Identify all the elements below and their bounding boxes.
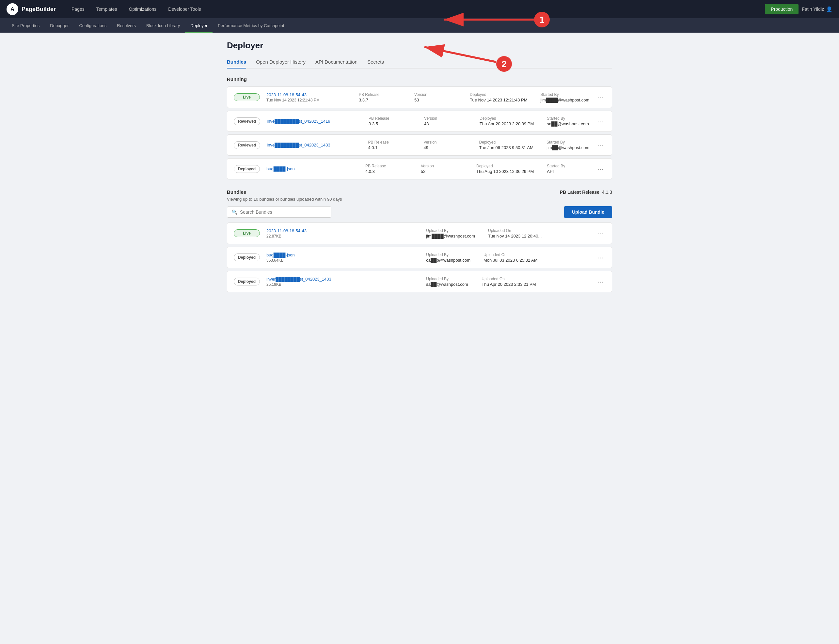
running-item-0: Live 2023-11-08-18-54-43 Tue Nov 14 2023… (227, 87, 612, 108)
bundle-meta-2: PB Release 4.0.1 Version 49 Deployed Tue… (368, 140, 590, 150)
bundles-label: Bundles (227, 189, 246, 195)
top-nav-links: Pages Templates Optimizations Developer … (66, 0, 765, 18)
meta-version-3: Version 52 (421, 164, 463, 174)
upload-bundle-button[interactable]: Upload Bundle (564, 206, 612, 218)
sub-nav-debugger[interactable]: Debugger (45, 18, 74, 33)
meta-uploaded-on-1: Uploaded On Mon Jul 03 2023 6:25:32 AM (483, 253, 538, 263)
bundle-upload-meta-1: Uploaded By ca██b@washpost.com Uploaded … (426, 253, 589, 263)
bundle-info-0: 2023-11-08-18-54-43 Tue Nov 14 2023 12:2… (266, 92, 352, 102)
bundle-upload-size-1: 353.64KB (266, 258, 420, 263)
running-item-2: Reviewed inve████████st_042023_1433 PB R… (227, 135, 612, 156)
bundle-upload-meta-0: Uploaded By jim████@washpost.com Uploade… (426, 228, 589, 238)
meta-pb-release-1: PB Release 3.3.5 (369, 116, 411, 126)
sub-nav-deployer[interactable]: Deployer (185, 18, 213, 33)
status-badge-1: Reviewed (234, 117, 260, 125)
bundle-status-badge-1: Deployed (234, 253, 260, 261)
sub-nav-performance-metrics[interactable]: Performance Metrics by Catchpoint (213, 18, 289, 33)
view-note: Viewing up to 10 bundles or bundles uplo… (227, 197, 612, 202)
meta-pb-release-2: PB Release 4.0.1 (368, 140, 411, 150)
tab-api-documentation[interactable]: API Documentation (315, 56, 358, 68)
meta-uploaded-by-2: Uploaded By sa██@washpost.com (426, 277, 468, 287)
bundle-info-1: inve████████st_042023_1419 (267, 118, 362, 124)
bundle-upload-meta-2: Uploaded By sa██@washpost.com Uploaded O… (426, 277, 589, 287)
bundle-upload-size-0: 22.87KB (266, 234, 420, 238)
bundle-more-btn-0[interactable]: ··· (596, 230, 605, 237)
bundle-upload-info-2: inver████████st_042023_1433 25.19KB (266, 276, 420, 287)
search-input[interactable] (240, 209, 326, 215)
meta-deployed-2: Deployed Tue Jun 06 2023 9:50:31 AM (479, 140, 533, 150)
search-box: 🔍 (227, 207, 331, 218)
more-menu-btn-3[interactable]: ··· (596, 166, 605, 172)
meta-started-by-1: Started By sa██@washpost.com (547, 116, 589, 126)
search-icon: 🔍 (232, 209, 237, 215)
running-item-1: Reviewed inve████████st_042023_1419 PB R… (227, 111, 612, 132)
meta-uploaded-on-2: Uploaded On Thu Apr 20 2023 2:33:21 PM (481, 277, 536, 287)
running-bundle-list: Live 2023-11-08-18-54-43 Tue Nov 14 2023… (227, 87, 612, 179)
more-menu-btn-0[interactable]: ··· (596, 94, 605, 100)
main-content: Deployer Bundles Open Deployer History A… (217, 33, 622, 310)
bundle-info-3: bug████-json (266, 166, 359, 172)
bundles-section-header: Bundles PB Latest Release 4.1.3 (227, 189, 612, 195)
bundle-name-2[interactable]: inve████████st_042023_1433 (267, 143, 330, 148)
bundle-upload-info-1: bug████-json 353.64KB (266, 252, 420, 263)
bundle-upload-name-1[interactable]: bug████-json (266, 253, 295, 257)
production-button[interactable]: Production (765, 4, 798, 14)
top-nav: A PageBuilder Pages Templates Optimizati… (0, 0, 839, 18)
bundle-status-badge-0: Live (234, 229, 260, 237)
more-menu-btn-1[interactable]: ··· (596, 118, 605, 125)
nav-link-developer-tools[interactable]: Developer Tools (162, 0, 207, 18)
page-title: Deployer (227, 41, 612, 51)
bundle-sub-0: Tue Nov 14 2023 12:21:48 PM (266, 98, 352, 102)
bundle-item-2: Deployed inver████████st_042023_1433 25.… (227, 271, 612, 292)
user-avatar-icon: 👤 (826, 6, 832, 12)
sub-nav-resolvers[interactable]: Resolvers (112, 18, 141, 33)
meta-deployed-3: Deployed Thu Aug 10 2023 12:36:29 PM (476, 164, 534, 174)
meta-uploaded-by-0: Uploaded By jim████@washpost.com (426, 228, 475, 238)
bundle-upload-name-2[interactable]: inver████████st_042023_1433 (266, 277, 331, 281)
bundle-more-btn-1[interactable]: ··· (596, 254, 605, 261)
nav-right: Production Fatih Yildiz 👤 (765, 4, 832, 14)
search-upload-row: 🔍 Upload Bundle (227, 206, 612, 218)
tab-open-deployer-history[interactable]: Open Deployer History (256, 56, 306, 68)
bundle-meta-3: PB Release 4.0.3 Version 52 Deployed Thu… (365, 164, 589, 174)
running-item-3: Deployed bug████-json PB Release 4.0.3 V… (227, 158, 612, 179)
sub-nav-block-icon-library[interactable]: Block Icon Library (141, 18, 185, 33)
tab-bundles[interactable]: Bundles (227, 56, 246, 68)
sub-nav-site-properties[interactable]: Site Properties (7, 18, 45, 33)
bundle-meta-0: PB Release 3.3.7 Version 53 Deployed Tue… (359, 92, 589, 102)
meta-deployed-1: Deployed Thu Apr 20 2023 2:20:39 PM (480, 116, 534, 126)
bundle-status-badge-2: Deployed (234, 278, 260, 286)
meta-version-1: Version 43 (424, 116, 466, 126)
nav-link-optimizations[interactable]: Optimizations (123, 0, 163, 18)
pb-latest-label: PB Latest Release (560, 189, 599, 195)
nav-link-pages[interactable]: Pages (66, 0, 91, 18)
meta-pb-release-0: PB Release 3.3.7 (359, 92, 401, 102)
meta-started-by-2: Started By jim██@washpost.com (547, 140, 589, 150)
bundle-info-2: inve████████st_042023_1433 (267, 142, 361, 148)
bundles-list: Live 2023-11-08-18-54-43 22.87KB Uploade… (227, 222, 612, 292)
running-section-label: Running (227, 76, 612, 82)
meta-version-2: Version 49 (424, 140, 466, 150)
more-menu-btn-2[interactable]: ··· (596, 142, 605, 148)
logo-icon: A (7, 3, 18, 15)
meta-uploaded-by-1: Uploaded By ca██b@washpost.com (426, 253, 470, 263)
meta-pb-release-3: PB Release 4.0.3 (365, 164, 408, 174)
logo-area: A PageBuilder (7, 3, 56, 15)
bundle-more-btn-2[interactable]: ··· (596, 278, 605, 285)
bundle-meta-1: PB Release 3.3.5 Version 43 Deployed Thu… (369, 116, 589, 126)
bundle-name-3[interactable]: bug████-json (266, 166, 295, 171)
pb-latest-version: 4.1.3 (602, 189, 612, 195)
status-badge-3: Deployed (234, 165, 260, 173)
sub-nav-configurations[interactable]: Configurations (74, 18, 112, 33)
bundle-upload-name-0[interactable]: 2023-11-08-18-54-43 (266, 228, 307, 233)
pb-latest-release: PB Latest Release 4.1.3 (560, 189, 612, 195)
bundle-item-0: Live 2023-11-08-18-54-43 22.87KB Uploade… (227, 222, 612, 244)
nav-link-templates[interactable]: Templates (91, 0, 123, 18)
app-title: PageBuilder (21, 6, 56, 13)
bundle-name-0[interactable]: 2023-11-08-18-54-43 (266, 92, 307, 97)
tab-bar: Bundles Open Deployer History API Docume… (227, 56, 612, 69)
status-badge-2: Reviewed (234, 141, 260, 149)
tab-secrets[interactable]: Secrets (367, 56, 384, 68)
bundle-name-1[interactable]: inve████████st_042023_1419 (267, 119, 330, 124)
meta-started-by-3: Started By API (547, 164, 589, 174)
